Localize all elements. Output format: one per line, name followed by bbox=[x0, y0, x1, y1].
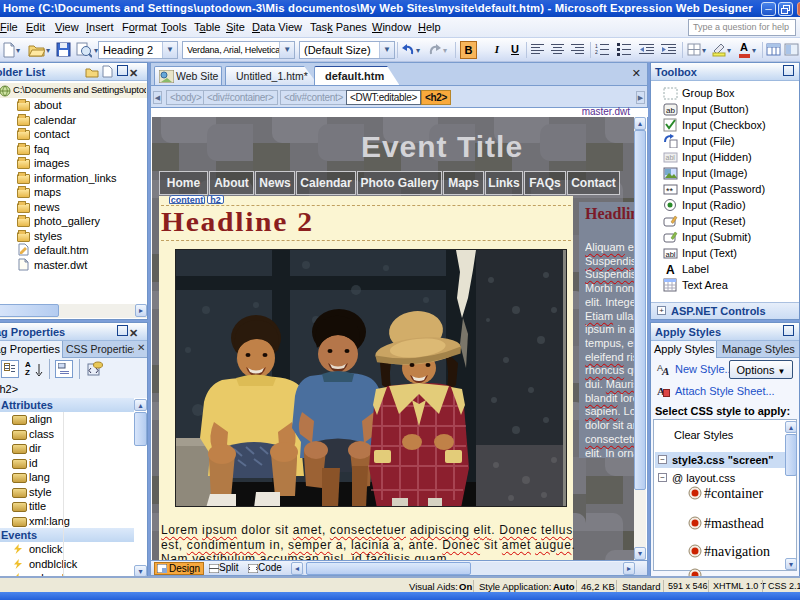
svg-text:ab: ab bbox=[666, 106, 675, 115]
svg-text:2: 2 bbox=[595, 49, 598, 55]
svg-text:abl: abl bbox=[666, 250, 676, 259]
svg-text:**: ** bbox=[666, 186, 674, 196]
svg-text:abl: abl bbox=[666, 154, 676, 161]
svg-text:A: A bbox=[666, 263, 675, 276]
